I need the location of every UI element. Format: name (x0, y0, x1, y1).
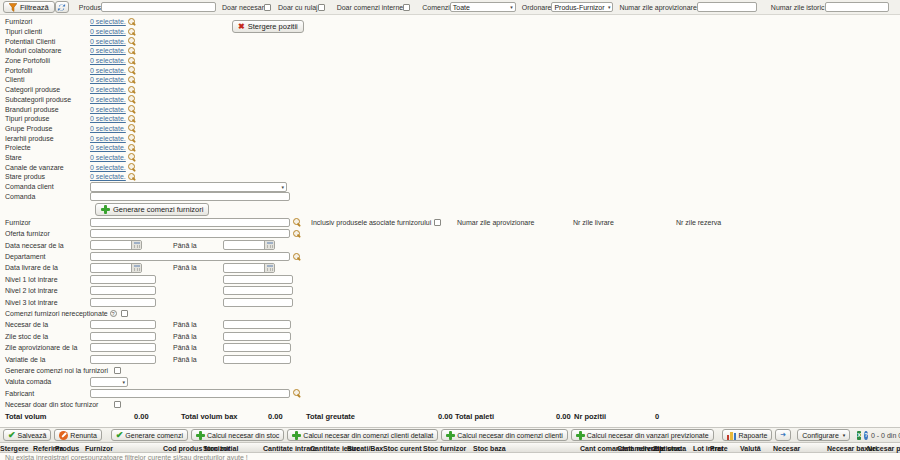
calendar-icon[interactable] (264, 241, 274, 249)
selector-label: Potentiali Clienti (0, 38, 90, 45)
salveaza-button[interactable]: ✔ Salvează (3, 429, 51, 441)
selected-count-link[interactable]: 0 selectate. (90, 86, 126, 93)
selected-count-link[interactable]: 0 selectate. (90, 135, 126, 142)
bar-chart-icon (727, 431, 737, 440)
rapoarte-expand-button[interactable]: ➜ (775, 429, 791, 441)
comenzi-select[interactable]: Toate ▾ (450, 2, 516, 12)
search-icon[interactable] (128, 46, 137, 55)
oferta-furnizor-row: Oferta furnizor (0, 228, 900, 239)
search-icon[interactable] (128, 95, 137, 104)
search-icon[interactable] (292, 252, 301, 261)
nivel3-input-2[interactable] (223, 298, 293, 307)
zile-stoc-de-la-input[interactable] (90, 332, 156, 341)
search-icon[interactable] (128, 172, 137, 181)
generare-comenzi-noi-checkbox[interactable] (114, 367, 121, 374)
necesar-pana-la-input[interactable] (223, 320, 291, 329)
doar-comenzi-interne-checkbox[interactable] (403, 4, 410, 11)
search-icon[interactable] (128, 75, 137, 84)
calendar-icon[interactable] (131, 241, 141, 249)
selected-count-link[interactable]: 0 selectate. (90, 106, 126, 113)
comenzi-nereceptionate-checkbox[interactable] (121, 310, 128, 317)
selected-count-link[interactable]: 0 selectate. (90, 115, 126, 122)
calcul-comenzi-detaliat-button[interactable]: Calcul necesar din comenzi clienti detal… (287, 429, 438, 441)
selected-count-link[interactable]: 0 selectate. (90, 144, 126, 151)
oferta-furnizor-input[interactable] (90, 229, 290, 238)
doar-necesar-checkbox[interactable] (264, 4, 271, 11)
nivel3-input-1[interactable] (90, 298, 156, 307)
calendar-icon[interactable] (131, 264, 141, 272)
necesar-stoc-furnizor-label: Necesar doar din stoc furnizor (0, 401, 98, 408)
total-volum-bax-label: Total volum bax (181, 412, 238, 421)
produs-input[interactable] (101, 2, 216, 12)
nivel2-input-1[interactable] (90, 286, 156, 295)
selected-count-link[interactable]: 0 selectate. (90, 76, 126, 83)
search-icon[interactable] (128, 153, 137, 162)
selected-count-link[interactable]: 0 selectate. (90, 47, 126, 54)
search-icon[interactable] (128, 17, 137, 26)
export-excel-icon[interactable]: X (857, 431, 861, 440)
zile-stoc-pana-la-input[interactable] (223, 332, 291, 341)
search-icon[interactable] (128, 134, 137, 143)
nivel1-input-2[interactable] (223, 275, 293, 284)
variatie-pana-la-input[interactable] (223, 355, 291, 364)
generare-comenzi-button[interactable]: ✔ Generare comenzi (111, 429, 188, 441)
search-icon[interactable] (128, 105, 137, 114)
selected-count-link[interactable]: 0 selectate. (90, 173, 126, 180)
renunta-button[interactable]: Renunta (54, 429, 101, 441)
nr-zile-istoric-input[interactable] (825, 2, 889, 12)
calcul-comenzi-detaliat-label: Calcul necesar din comenzi clienti detal… (303, 432, 433, 439)
configurare-button[interactable]: Configurare ▾ (797, 429, 850, 441)
nivel1-input-1[interactable] (90, 275, 156, 284)
fabricant-input[interactable] (90, 389, 290, 398)
search-icon[interactable] (128, 143, 137, 152)
calcul-comenzi-clienti-button[interactable]: Calcul necesar din comenzi clienti (441, 429, 567, 441)
variatie-de-la-input[interactable] (90, 355, 156, 364)
selected-count-link[interactable]: 0 selectate. (90, 38, 126, 45)
calcul-necesar-stoc-button[interactable]: Calcul necesar din stoc (191, 429, 284, 441)
help-icon[interactable]: ? (864, 431, 868, 440)
search-icon[interactable] (128, 124, 137, 133)
comanda-client-select[interactable]: ▾ (90, 182, 287, 192)
search-icon[interactable] (128, 66, 137, 75)
necesar-stoc-furnizor-checkbox[interactable] (114, 401, 121, 408)
search-icon[interactable] (128, 56, 137, 65)
selected-count-link[interactable]: 0 selectate. (90, 57, 126, 64)
selected-count-link[interactable]: 0 selectate. (90, 154, 126, 161)
filter-button[interactable]: Filtrează (3, 1, 55, 13)
search-icon[interactable] (128, 27, 137, 36)
refresh-button[interactable] (55, 1, 69, 13)
comanda-input[interactable] (90, 192, 290, 201)
selected-count-link[interactable]: 0 selectate. (90, 28, 126, 35)
valuta-select[interactable]: ▾ (90, 377, 128, 387)
doar-cu-rulaj-checkbox[interactable] (318, 4, 325, 11)
selected-count-link[interactable]: 0 selectate. (90, 67, 126, 74)
zile-aprovizionare-pana-la-input[interactable] (223, 343, 291, 352)
departament-input[interactable] (90, 252, 290, 261)
search-icon[interactable] (128, 85, 137, 94)
column-header: Necesar paleti (867, 445, 900, 452)
selected-count-link[interactable]: 0 selectate. (90, 164, 126, 171)
necesar-de-la-input[interactable] (90, 320, 156, 329)
ordonare-select[interactable]: Produs-Furnizor ▾ (551, 2, 613, 12)
selected-count-link[interactable]: 0 selectate. (90, 125, 126, 132)
search-icon[interactable] (128, 114, 137, 123)
search-icon[interactable] (292, 389, 301, 398)
search-icon[interactable] (292, 218, 301, 227)
furnizor-input[interactable] (90, 218, 290, 227)
rapoarte-button[interactable]: Rapoarte (722, 429, 773, 441)
search-icon[interactable] (128, 37, 137, 46)
doar-necesar-label: Doar necesar (222, 4, 264, 11)
nr-zile-aprovizionare-input[interactable] (697, 2, 757, 12)
generare-comenzi-furnizori-button[interactable]: Generare comenzi furnizori (95, 203, 209, 216)
search-icon[interactable] (128, 163, 137, 172)
selected-count-link[interactable]: 0 selectate. (90, 96, 126, 103)
search-icon[interactable] (292, 229, 301, 238)
calendar-icon[interactable] (264, 264, 274, 272)
selected-count-link[interactable]: 0 selectate. (90, 18, 126, 25)
selector-label: Tipuri clienti (0, 28, 90, 35)
nivel2-input-2[interactable] (223, 286, 293, 295)
zile-aprovizionare-de-la-input[interactable] (90, 343, 156, 352)
calcul-vanzari-previzionate-button[interactable]: Calcul necesar din vanzari previzionate (571, 429, 714, 441)
inclusiv-checkbox[interactable] (434, 219, 441, 226)
results-table-header: Referinta Produs Furnizor Cod produs fur… (0, 443, 900, 453)
